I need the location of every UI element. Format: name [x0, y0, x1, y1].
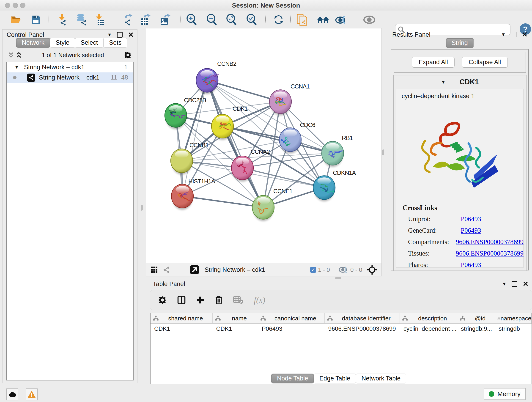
save-session-button[interactable]	[29, 13, 42, 26]
export-network-button[interactable]	[121, 13, 134, 26]
main-toolbar: ?	[0, 11, 532, 28]
network-node-CCNB1[interactable]: CCNB1	[171, 142, 209, 175]
zoom-out-button[interactable]	[205, 13, 218, 26]
network-tree: ▼ String Network – cdk1 1 String Network…	[6, 62, 133, 380]
export-image-icon	[159, 14, 171, 26]
zoom-in-icon	[186, 14, 197, 25]
network-edge[interactable]	[182, 196, 263, 207]
show-columns-icon[interactable]	[177, 295, 186, 305]
hidden-eye-icon[interactable]	[338, 266, 348, 274]
node-label-CCNB2: CCNB2	[217, 60, 236, 67]
import-network-file-button[interactable]	[56, 13, 68, 26]
memory-button[interactable]: Memory	[484, 388, 526, 400]
network-collection-row[interactable]: ▼ String Network – cdk1 1	[7, 62, 133, 72]
crosslink-label: Tissues:	[403, 249, 456, 257]
expand-all-icon[interactable]	[16, 52, 22, 58]
table-type-tabs: Node TableEdge TableNetwork Table	[272, 374, 406, 383]
column-header-description[interactable]: description	[400, 313, 457, 323]
network-node-RB1[interactable]: RB1	[322, 134, 353, 167]
tab-string[interactable]: String	[446, 38, 474, 48]
tab-select[interactable]: Select	[75, 38, 104, 48]
splitter-handle-right[interactable]	[382, 149, 384, 155]
column-header-shared-name[interactable]: shared name	[151, 313, 213, 323]
collapse-all-icon[interactable]	[8, 52, 14, 58]
table-options-gear-icon[interactable]	[158, 296, 167, 304]
card-collapse-arrow-icon[interactable]: ▼	[441, 79, 446, 85]
import-table-button[interactable]	[94, 13, 106, 26]
delete-column-trash-icon[interactable]	[215, 295, 223, 305]
collapse-all-button[interactable]: Collapse All	[462, 57, 507, 68]
column-header-database-identifier[interactable]: database identifier	[325, 313, 400, 323]
cloud-status-button[interactable]	[6, 389, 18, 400]
tab-style[interactable]: Style	[50, 38, 75, 48]
control-panel-close-button[interactable]	[128, 32, 133, 37]
network-graph[interactable]: CCNB2CCNA1CDC25BCDK1CDC6RB1CCNB1CCNA2CDK…	[146, 28, 381, 263]
network-edge[interactable]	[207, 80, 263, 207]
control-panel-menu-button[interactable]: ▾	[108, 32, 111, 38]
table-panel: Table Panel ▾ f(x) shared namenamecanoni…	[148, 279, 532, 384]
hide-selected-button[interactable]	[335, 13, 348, 26]
tab-network[interactable]: Network	[16, 38, 50, 48]
apply-layout-button[interactable]	[272, 13, 285, 26]
export-table-button[interactable]	[139, 13, 152, 26]
add-column-icon[interactable]	[196, 296, 204, 304]
network-from-selection-button[interactable]	[296, 13, 308, 26]
results-panel-float-button[interactable]	[511, 32, 516, 37]
table-panel-menu-button[interactable]: ▾	[503, 281, 506, 287]
export-table-icon	[140, 14, 151, 26]
zoom-out-icon	[206, 14, 217, 25]
show-all-button[interactable]	[363, 13, 376, 26]
warning-icon	[28, 391, 36, 398]
import-network-database-button[interactable]	[75, 13, 88, 26]
network-row[interactable]: String Network – cdk1 11 48	[7, 72, 133, 83]
tab-sets[interactable]: Sets	[103, 38, 127, 48]
show-homes-button[interactable]	[317, 13, 329, 26]
share-view-icon[interactable]	[163, 266, 171, 273]
tab-node-table[interactable]: Node Table	[271, 374, 314, 383]
zoom-in-button[interactable]	[185, 13, 198, 26]
results-panel-menu-button[interactable]: ▾	[502, 31, 505, 38]
network-edge[interactable]	[207, 80, 280, 102]
birdseye-external-icon[interactable]	[190, 265, 199, 274]
results-panel-close-button[interactable]	[522, 32, 527, 37]
network-node-CDC6[interactable]: CDC6	[279, 121, 315, 153]
network-node-CDKN1A[interactable]: CDKN1A	[313, 169, 356, 201]
network-node-CCNE1[interactable]: CCNE1	[252, 188, 293, 221]
network-node-count: 11	[111, 74, 117, 81]
network-view-canvas[interactable]: CCNB2CCNA1CDC25BCDK1CDC6RB1CCNB1CCNA2CDK…	[146, 28, 382, 264]
zoom-fit-icon	[226, 14, 237, 25]
column-header-name[interactable]: name	[213, 313, 258, 323]
table-panel-float-button[interactable]	[512, 281, 517, 287]
tab-network-table[interactable]: Network Table	[356, 374, 406, 383]
tree-expand-arrow-icon[interactable]: ▼	[14, 65, 19, 70]
warnings-button[interactable]	[26, 389, 38, 400]
crosslink-row: Pharos:P06493	[403, 261, 524, 268]
crosslink-row: Compartments:9606.ENSP00000378699	[403, 238, 524, 246]
zoom-selected-button[interactable]	[245, 13, 258, 26]
selected-checkbox[interactable]: ✓	[310, 267, 316, 273]
crosshair-icon[interactable]	[367, 265, 377, 274]
network-options-gear-icon[interactable]	[124, 51, 132, 59]
zoom-fit-button[interactable]	[225, 13, 238, 26]
table-panel-close-button[interactable]	[523, 281, 528, 286]
splitter-handle-bottom[interactable]	[335, 277, 341, 279]
control-panel-float-button[interactable]	[117, 32, 123, 38]
table-toolbar: f(x)	[150, 290, 532, 310]
crosslink-link[interactable]: P06493	[461, 227, 481, 234]
network-node-HIST1H1A[interactable]: HIST1H1A	[171, 178, 215, 210]
splitter-handle-left[interactable]	[141, 205, 143, 211]
crosslink-link[interactable]: 9606.ENSP00000378699	[456, 249, 524, 257]
expand-all-button[interactable]: Expand All	[412, 57, 455, 68]
grid-view-icon[interactable]	[151, 266, 158, 273]
export-image-button[interactable]	[158, 13, 171, 26]
open-session-button[interactable]	[10, 13, 22, 26]
crosslink-link[interactable]: P06493	[461, 215, 481, 223]
crosslink-row: Uniprot:P06493	[403, 215, 524, 223]
table-row[interactable]: CDK1CDK1P064939606.ENSP00000378699cyclin…	[151, 324, 532, 334]
crosslink-link[interactable]: 9606.ENSP00000378699	[456, 238, 524, 246]
column-header--id[interactable]: @id	[457, 313, 495, 323]
column-header-namespace[interactable]: namespace	[495, 313, 532, 323]
tab-edge-table[interactable]: Edge Table	[314, 374, 356, 383]
column-header-canonical-name[interactable]: canonical name	[258, 313, 324, 323]
crosslink-link[interactable]: P06493	[461, 261, 481, 268]
